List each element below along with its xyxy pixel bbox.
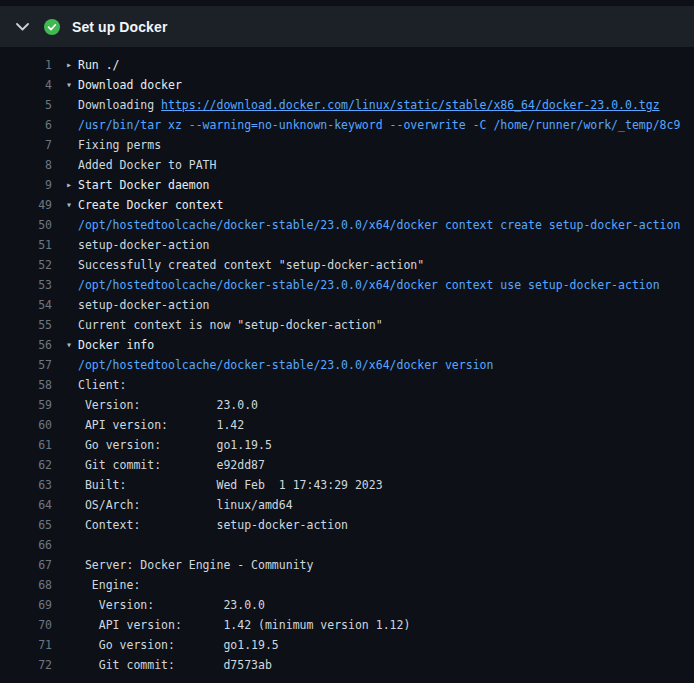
line-number[interactable]: 7 (0, 135, 52, 155)
triangle-right-icon[interactable]: ▸ (52, 175, 78, 195)
log-line: 6/usr/bin/tar xz --warning=no-unknown-ke… (0, 115, 694, 135)
toggle-spacer (52, 135, 78, 155)
line-number[interactable]: 71 (0, 635, 52, 655)
log-text: Client: (78, 375, 694, 395)
log-group-header[interactable]: 4▾Download docker (0, 75, 694, 95)
log-text: Engine: (78, 575, 694, 595)
log-line: 51setup-docker-action (0, 235, 694, 255)
line-number[interactable]: 50 (0, 215, 52, 235)
line-number[interactable]: 72 (0, 655, 52, 675)
toggle-spacer (52, 115, 78, 135)
line-number[interactable]: 62 (0, 455, 52, 475)
group-title: Start Docker daemon (78, 178, 210, 192)
line-number[interactable]: 5 (0, 95, 52, 115)
line-number[interactable]: 68 (0, 575, 52, 595)
log-link[interactable]: https://download.docker.com/linux/static… (161, 98, 660, 112)
log-line: 58Client: (0, 375, 694, 395)
triangle-down-icon[interactable]: ▾ (52, 75, 78, 95)
log-plain-text: Successfully created context "setup-dock… (78, 258, 424, 272)
line-number[interactable]: 69 (0, 595, 52, 615)
log-text: Create Docker context (78, 195, 694, 215)
step-header[interactable]: Set up Docker (0, 6, 694, 47)
log-plain-text: Git commit: d7573ab (78, 658, 272, 672)
chevron-down-icon[interactable] (16, 23, 29, 31)
toggle-spacer (52, 275, 78, 295)
log-group-header[interactable]: 1▸Run ./ (0, 55, 694, 75)
line-number[interactable]: 6 (0, 115, 52, 135)
toggle-spacer (52, 595, 78, 615)
log-text: API version: 1.42 (78, 415, 694, 435)
line-number[interactable]: 53 (0, 275, 52, 295)
toggle-spacer (52, 455, 78, 475)
log-plain-text: OS/Arch: linux/amd64 (78, 498, 293, 512)
line-number[interactable]: 57 (0, 355, 52, 375)
toggle-spacer (52, 535, 78, 555)
log-plain-text: Version: 23.0.0 (78, 598, 265, 612)
log-text: setup-docker-action (78, 295, 694, 315)
triangle-down-icon[interactable]: ▾ (52, 195, 78, 215)
log-plain-text: Built: Wed Feb 1 17:43:29 2023 (78, 478, 383, 492)
line-number[interactable]: 63 (0, 475, 52, 495)
log-command-text: /usr/bin/tar xz --warning=no-unknown-key… (78, 118, 680, 132)
toggle-spacer (52, 255, 78, 275)
log-text: Fixing perms (78, 135, 694, 155)
log-line: 5Downloading https://download.docker.com… (0, 95, 694, 115)
log-plain-text: Go version: go1.19.5 (78, 438, 272, 452)
log-text: Current context is now "setup-docker-act… (78, 315, 694, 335)
log-text: OS/Arch: linux/amd64 (78, 495, 694, 515)
log-line: 50/opt/hostedtoolcache/docker-stable/23.… (0, 215, 694, 235)
log-text: Git commit: d7573ab (78, 655, 694, 675)
line-number[interactable]: 55 (0, 315, 52, 335)
log-group-header[interactable]: 49▾Create Docker context (0, 195, 694, 215)
log-text: /usr/bin/tar xz --warning=no-unknown-key… (78, 115, 694, 135)
toggle-spacer (52, 575, 78, 595)
log-text: Added Docker to PATH (78, 155, 694, 175)
line-number[interactable]: 54 (0, 295, 52, 315)
log-text: Run ./ (78, 55, 694, 75)
line-number[interactable]: 70 (0, 615, 52, 635)
log-line: 7Fixing perms (0, 135, 694, 155)
log-plain-text: Client: (78, 378, 126, 392)
log-text: Server: Docker Engine - Community (78, 555, 694, 575)
log-line: 57/opt/hostedtoolcache/docker-stable/23.… (0, 355, 694, 375)
log-group-header[interactable]: 9▸Start Docker daemon (0, 175, 694, 195)
toggle-spacer (52, 355, 78, 375)
line-number[interactable]: 66 (0, 535, 52, 555)
line-number[interactable]: 61 (0, 435, 52, 455)
line-number[interactable]: 64 (0, 495, 52, 515)
log-command-text: /opt/hostedtoolcache/docker-stable/23.0.… (78, 358, 493, 372)
log-plain-text: Current context is now "setup-docker-act… (78, 318, 383, 332)
line-number[interactable]: 8 (0, 155, 52, 175)
line-number[interactable]: 67 (0, 555, 52, 575)
log-text: /opt/hostedtoolcache/docker-stable/23.0.… (78, 215, 694, 235)
log-line: 65 Context: setup-docker-action (0, 515, 694, 535)
triangle-right-icon[interactable]: ▸ (52, 55, 78, 75)
line-number[interactable]: 9 (0, 175, 52, 195)
triangle-down-icon[interactable]: ▾ (52, 335, 78, 355)
line-number[interactable]: 60 (0, 415, 52, 435)
line-number[interactable]: 52 (0, 255, 52, 275)
log-line: 72 Git commit: d7573ab (0, 655, 694, 675)
line-number[interactable]: 4 (0, 75, 52, 95)
line-number[interactable]: 1 (0, 55, 52, 75)
log-line: 71 Go version: go1.19.5 (0, 635, 694, 655)
log-line: 70 API version: 1.42 (minimum version 1.… (0, 615, 694, 635)
toggle-spacer (52, 635, 78, 655)
toggle-spacer (52, 95, 78, 115)
line-number[interactable]: 49 (0, 195, 52, 215)
log-line: 66 (0, 535, 694, 555)
toggle-spacer (52, 215, 78, 235)
line-number[interactable]: 51 (0, 235, 52, 255)
line-number[interactable]: 56 (0, 335, 52, 355)
log-plain-text: setup-docker-action (78, 298, 210, 312)
line-number[interactable]: 65 (0, 515, 52, 535)
line-number[interactable]: 58 (0, 375, 52, 395)
line-number[interactable]: 59 (0, 395, 52, 415)
log-line: 67 Server: Docker Engine - Community (0, 555, 694, 575)
log-text: Download docker (78, 75, 694, 95)
group-title: Download docker (78, 78, 182, 92)
log-group-header[interactable]: 56▾Docker info (0, 335, 694, 355)
log-text: setup-docker-action (78, 235, 694, 255)
toggle-spacer (52, 295, 78, 315)
log-text: Version: 23.0.0 (78, 595, 694, 615)
